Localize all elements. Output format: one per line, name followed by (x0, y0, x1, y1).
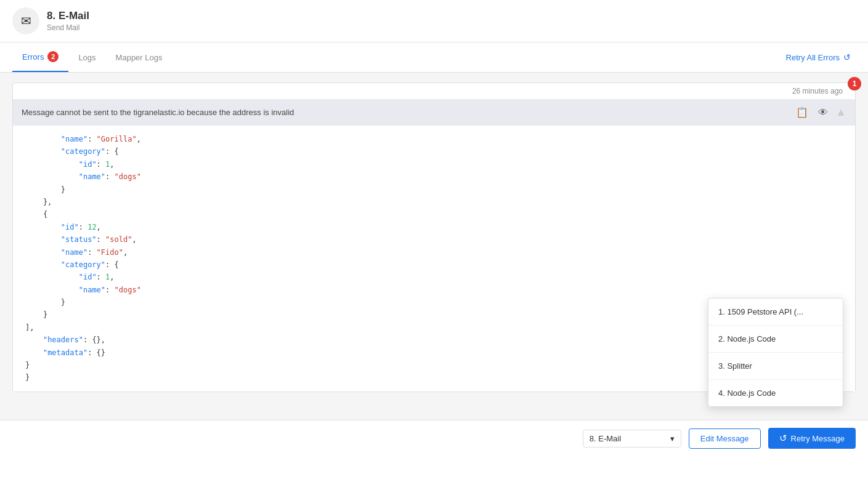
copy-document-button[interactable]: 📋 (793, 105, 811, 119)
error-counter-badge: 1 (848, 77, 861, 90)
view-button[interactable]: 👁 (816, 106, 830, 119)
retry-icon: ↺ (779, 433, 787, 444)
error-timestamp: 26 minutes ago (792, 87, 843, 95)
scroll-up-icon: ▲ (835, 106, 846, 119)
app-header: ✉ 8. E-Mail Send Mail (0, 0, 868, 42)
retry-message-button[interactable]: ↺ Retry Message (768, 428, 856, 449)
module-select[interactable]: 8. E-Mail ▾ (583, 430, 681, 448)
edit-message-button[interactable]: Edit Message (689, 428, 761, 449)
chevron-down-icon: ▾ (670, 434, 675, 443)
module-dropdown-panel: 1. 1509 Petstore API (... 2. Node.js Cod… (708, 298, 843, 407)
tab-mapper-logs[interactable]: Mapper Logs (106, 44, 172, 71)
tab-logs[interactable]: Logs (68, 44, 105, 71)
retry-all-icon: ↺ (843, 52, 851, 62)
dropdown-item-4[interactable]: 4. Node.js Code (708, 380, 843, 406)
error-message-text: Message cannot be sent to the tigranelas… (22, 108, 294, 117)
page-subtitle: Send Mail (47, 23, 89, 32)
dropdown-item-3[interactable]: 3. Splitter (708, 353, 843, 380)
error-card-header: 1 26 minutes ago (13, 83, 855, 99)
dropdown-scroll-area[interactable]: 1. 1509 Petstore API (... 2. Node.js Cod… (708, 299, 843, 406)
error-message-actions: 📋 👁 ▲ (793, 105, 846, 119)
dropdown-item-1[interactable]: 1. 1509 Petstore API (... (708, 299, 843, 326)
errors-badge: 2 (47, 51, 59, 62)
document-icon: 📋 (796, 107, 808, 118)
tab-errors[interactable]: Errors 2 (12, 42, 68, 72)
error-message-bar: Message cannot be sent to the tigranelas… (13, 99, 855, 126)
main-content: 1 26 minutes ago Message cannot be sent … (0, 73, 868, 456)
header-text: 8. E-Mail Send Mail (47, 10, 89, 32)
app-icon: ✉ (12, 7, 39, 34)
tabs-bar: Errors 2 Logs Mapper Logs Retry All Erro… (0, 42, 868, 73)
selected-module-label: 8. E-Mail (590, 434, 621, 443)
page-title: 8. E-Mail (47, 10, 89, 22)
eye-icon: 👁 (818, 107, 828, 118)
dropdown-item-2[interactable]: 2. Node.js Code (708, 326, 843, 353)
bottom-action-bar: 8. E-Mail ▾ Edit Message ↺ Retry Message (0, 420, 868, 456)
retry-all-errors-button[interactable]: Retry All Errors ↺ (781, 50, 856, 65)
